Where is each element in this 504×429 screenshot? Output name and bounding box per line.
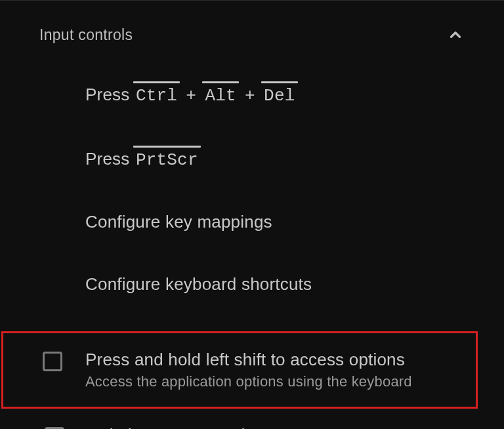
plus: + [184, 85, 199, 104]
checkbox-section: Press and hold left shift to access opti… [0, 331, 504, 429]
option-desc: Access the application options using the… [85, 373, 469, 392]
key-prtscr: PrtScr [135, 148, 200, 170]
press-prefix: Press [85, 85, 129, 104]
section-header[interactable]: Input controls [0, 1, 504, 62]
shift-access-option[interactable]: Press and hold left shift to access opti… [39, 340, 469, 400]
relative-mouse-text: Relative mouse mode Improves compatibili… [87, 424, 465, 429]
section-title: Input controls [39, 26, 133, 44]
press-ctrl-alt-del[interactable]: Press Ctrl + Alt + Del [85, 62, 465, 127]
option-title: Press and hold left shift to access opti… [85, 349, 469, 371]
configure-key-mappings[interactable]: Configure key mappings [85, 191, 465, 253]
input-controls-list: Press Ctrl + Alt + Del Press PrtScr Conf… [0, 62, 504, 316]
shift-access-checkbox[interactable] [43, 352, 62, 371]
item-label: Configure key mappings [85, 212, 272, 232]
key-ctrl: Ctrl [135, 83, 178, 106]
item-label: Configure keyboard shortcuts [85, 274, 312, 294]
option-title: Relative mouse mode [87, 424, 465, 429]
shift-access-text: Press and hold left shift to access opti… [85, 349, 469, 391]
collapse-chevron-up-icon[interactable] [446, 26, 465, 44]
press-prefix: Press [85, 149, 129, 169]
configure-keyboard-shortcuts[interactable]: Configure keyboard shortcuts [85, 253, 465, 316]
settings-panel: Input controls Press Ctrl + Alt + Del Pr… [0, 0, 504, 429]
highlighted-option: Press and hold left shift to access opti… [1, 331, 478, 409]
key-alt: Alt [203, 83, 237, 106]
plus: + [242, 85, 257, 104]
key-del: Del [262, 83, 296, 106]
press-prtscr[interactable]: Press PrtScr [85, 127, 465, 191]
relative-mouse-option[interactable]: Relative mouse mode Improves compatibili… [41, 415, 465, 429]
